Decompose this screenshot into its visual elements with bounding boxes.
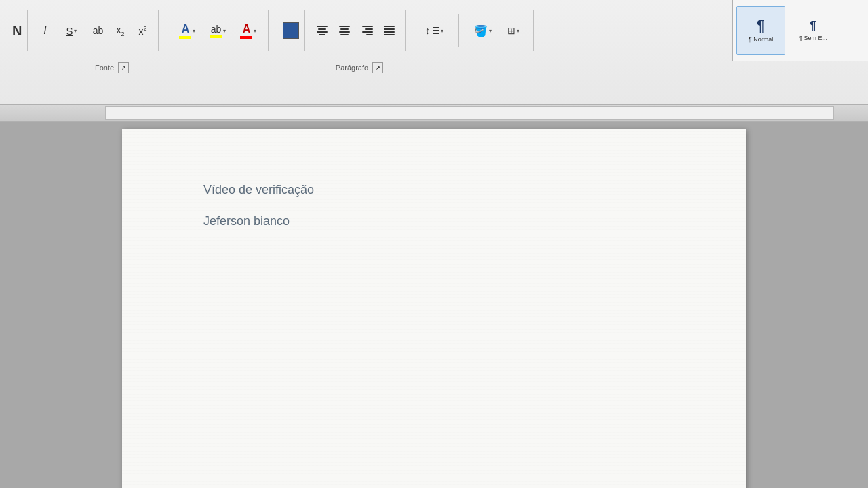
strikethrough-button[interactable]: ab bbox=[87, 21, 108, 40]
document-line-2[interactable]: Jeferson bianco bbox=[203, 214, 665, 228]
shading-dropdown: ▾ bbox=[489, 28, 492, 34]
font-color-dropdown: ▾ bbox=[193, 28, 195, 34]
bold-n-button[interactable]: N bbox=[7, 10, 28, 51]
superscript-button[interactable]: x2 bbox=[132, 21, 153, 40]
fonte-label: Fonte bbox=[95, 64, 114, 72]
highlight-button[interactable]: ab ▾ bbox=[203, 21, 232, 40]
fonte-expander[interactable]: ↗ bbox=[118, 62, 129, 73]
document-line-1[interactable]: Vídeo de verificação bbox=[203, 183, 665, 197]
font-red-bar bbox=[240, 36, 252, 39]
paragrafo-expander[interactable]: ↗ bbox=[372, 62, 383, 73]
highlight-bar bbox=[210, 35, 222, 38]
document-page: Vídeo de verificação Jeferson bianco bbox=[122, 129, 746, 488]
color-square[interactable] bbox=[283, 22, 299, 39]
font-color-group: A ▾ ab ▾ A ▾ bbox=[167, 10, 269, 51]
separator-3 bbox=[410, 14, 410, 47]
separator-1 bbox=[163, 14, 163, 47]
ribbon-toolbar: N I S ▾ ab x2 x2 bbox=[0, 0, 868, 61]
separator-2 bbox=[273, 14, 273, 47]
style-normal[interactable]: ¶ ¶ Normal bbox=[736, 6, 785, 55]
underline-dropdown-arrow: ▾ bbox=[74, 28, 77, 34]
paragrafo-label: Parágrafo bbox=[336, 64, 368, 72]
highlight-dropdown: ▾ bbox=[223, 28, 226, 34]
paragrafo-section: Parágrafo ↗ bbox=[264, 62, 454, 73]
border-dropdown: ▾ bbox=[517, 28, 519, 34]
font-red-button[interactable]: A ▾ bbox=[234, 21, 262, 40]
alignment-group bbox=[307, 10, 406, 51]
justify-button[interactable] bbox=[379, 21, 399, 40]
underline-button[interactable]: S ▾ bbox=[57, 21, 85, 40]
ribbon: N I S ▾ ab x2 x2 bbox=[0, 0, 868, 105]
fonte-section: Fonte ↗ bbox=[14, 62, 210, 73]
document-area: Vídeo de verificação Jeferson bianco bbox=[0, 122, 868, 488]
separator-4 bbox=[458, 14, 459, 47]
subscript-button[interactable]: x2 bbox=[110, 21, 130, 40]
style-sem-espacamento[interactable]: ¶ ¶ Sem E... bbox=[789, 6, 837, 55]
styles-panel: ¶ ¶ Normal ¶ ¶ Sem E... bbox=[732, 0, 868, 61]
align-left-button[interactable] bbox=[312, 21, 332, 40]
ruler-inner bbox=[105, 106, 834, 120]
line-spacing-button[interactable]: ↕ ▾ bbox=[420, 21, 448, 40]
ruler bbox=[0, 105, 868, 122]
font-format-group: I S ▾ ab x2 x2 bbox=[29, 10, 159, 51]
border-button[interactable]: ⊞ ▾ bbox=[499, 21, 528, 40]
align-center-button[interactable] bbox=[334, 21, 355, 40]
ribbon-labels: Fonte ↗ Parágrafo ↗ bbox=[0, 61, 868, 88]
bold-n-label: N bbox=[12, 23, 22, 39]
font-color-button[interactable]: A ▾ bbox=[173, 21, 201, 40]
italic-button[interactable]: I bbox=[35, 21, 55, 40]
align-right-button[interactable] bbox=[357, 21, 377, 40]
font-color-bar bbox=[179, 36, 191, 39]
font-red-dropdown: ▾ bbox=[254, 28, 256, 34]
line-spacing-dropdown: ▾ bbox=[441, 28, 443, 34]
shading-button[interactable]: 🪣 ▾ bbox=[469, 21, 497, 40]
